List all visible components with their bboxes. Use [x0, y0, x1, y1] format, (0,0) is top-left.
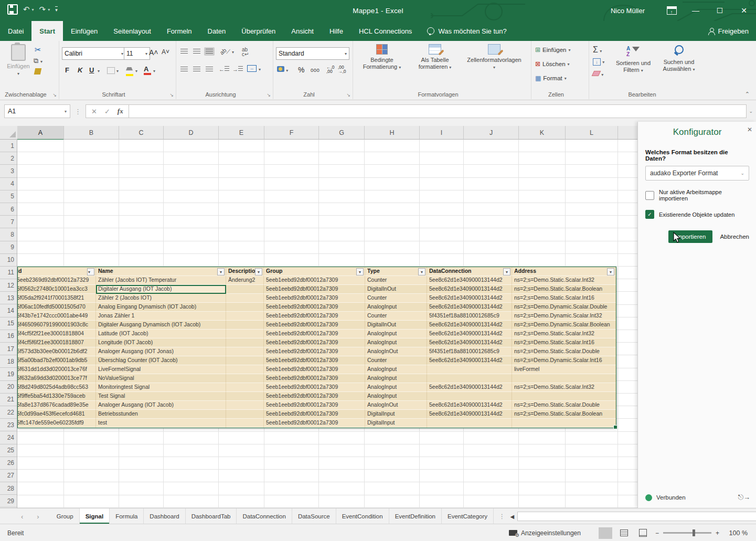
align-right-icon[interactable] [204, 65, 215, 73]
table-cell[interactable]: AnalogInput [365, 365, 427, 374]
filter-dropdown-icon[interactable]: ▼ [255, 268, 262, 275]
cell-styles-button[interactable]: Zellenformatvorlagen▾ [461, 44, 528, 71]
zoom-slider[interactable] [663, 532, 711, 534]
sheet-tab-eventcategory[interactable]: EventCategory [442, 508, 494, 524]
wrap-text-icon[interactable]: abc↵ [242, 47, 249, 57]
clear-button[interactable]: ▾ [593, 70, 603, 78]
share-button[interactable]: Freigeben [708, 21, 749, 41]
format-cells-button[interactable]: ▦Format▾ [535, 75, 567, 82]
fill-handle[interactable] [613, 425, 617, 429]
percent-style-icon[interactable]: % [298, 66, 304, 74]
table-cell[interactable] [226, 312, 264, 321]
maximize-button[interactable]: ☐ [708, 0, 732, 21]
row-header-17[interactable]: 17 [0, 343, 17, 355]
table-cell[interactable]: Analoger Ausgang (IOT Jacob) [96, 401, 226, 410]
table-cell[interactable]: ns=2;s=Demo.Dynamic.Scalar.Boolean [512, 321, 616, 330]
expand-formula-bar-icon[interactable]: ⌄ [749, 109, 753, 114]
table-cell[interactable] [427, 392, 512, 401]
align-top-icon[interactable] [179, 47, 189, 56]
row-header-25[interactable]: 25 [0, 444, 17, 457]
row-header-3[interactable]: 3 [0, 165, 17, 177]
row-header-19[interactable]: 19 [0, 368, 17, 380]
table-cell[interactable]: 5eeb1eebd92dbf00012a7309 [264, 338, 365, 347]
table-cell[interactable]: Betriebsstunden [96, 410, 226, 419]
confirm-entry-icon[interactable]: ✓ [104, 108, 110, 115]
table-cell[interactable]: 5f5a00bad7b2ef0001ab9db5 [18, 356, 96, 365]
filter-dropdown-icon[interactable]: ▼ [356, 268, 364, 275]
table-cell[interactable]: 5eeb1eebd92dbf00012a7309 [264, 410, 365, 419]
table-cell[interactable]: Analoger Ausgang (IOT Jonas) [96, 347, 226, 356]
paste-button[interactable]: Einfügen▾ [6, 44, 30, 77]
row-header-14[interactable]: 14 [0, 304, 17, 317]
row-header-4[interactable]: 4 [0, 178, 17, 190]
table-cell[interactable]: 5eeb1eebd92dbf00012a7309 [264, 365, 365, 374]
table-cell[interactable]: Zähler (Jacobs IOT) Temperatur [96, 276, 226, 285]
sheet-tab-datasource[interactable]: DataSource [292, 508, 336, 524]
table-cell[interactable] [226, 347, 264, 356]
table-cell[interactable] [226, 285, 264, 294]
table-cell[interactable]: 5eeb1eebd92dbf00012a7309 [264, 356, 365, 365]
active-workbook-checkbox[interactable] [645, 191, 654, 200]
minimize-button[interactable]: — [684, 0, 708, 21]
row-header-1[interactable]: 1 [0, 140, 17, 152]
table-cell[interactable]: 5eeb1eebd92dbf00012a7309 [264, 347, 365, 356]
autosum-button[interactable]: Σ ▾ [593, 45, 602, 55]
table-cell[interactable]: ns=2;s=Demo.Dynamic.Scalar.Int16 [512, 356, 616, 365]
table-cell[interactable] [512, 419, 616, 428]
column-header-D[interactable]: D [164, 126, 219, 140]
column-header-A[interactable]: A [17, 126, 64, 140]
table-cell[interactable]: 5ee8c62d1e340900013144d2 [427, 401, 512, 410]
table-cell[interactable]: 5f4650960791990001903c8c [18, 321, 96, 330]
sheet-tab-eventcondition[interactable]: EventCondition [336, 508, 389, 524]
row-header-22[interactable]: 22 [0, 406, 17, 419]
table-cell[interactable]: DigitalInput [365, 419, 427, 428]
table-cell[interactable]: LiveFormelSignal [96, 365, 226, 374]
signal-data-table[interactable]: id▼Name▼Description▼Group▼Type▼DataConne… [17, 267, 616, 428]
table-cell[interactable] [226, 419, 264, 428]
column-header-J[interactable]: J [464, 126, 519, 140]
underline-button[interactable]: U [89, 66, 94, 74]
clipboard-dialog-launcher-icon[interactable]: ↘ [52, 92, 57, 98]
sheet-tab-group[interactable]: Group [51, 508, 80, 524]
close-button[interactable]: ✕ [732, 0, 756, 21]
name-box[interactable]: A1▾ [4, 104, 70, 118]
sheet-tab-dataconnection[interactable]: DataConnection [237, 508, 292, 524]
table-cell[interactable]: AnalogInput [365, 374, 427, 383]
table-cell[interactable]: 5eeb1eebd92dbf00012a7309 [264, 303, 365, 312]
table-cell[interactable]: 5fc0d99ae453f6ecefcd4681 [18, 410, 96, 419]
insert-function-icon[interactable]: fx [118, 107, 123, 115]
table-cell[interactable]: Änderung2 [226, 276, 264, 285]
table-cell[interactable] [226, 294, 264, 303]
row-header-28[interactable]: 28 [0, 482, 17, 495]
sheet-tab-eventdefinition[interactable]: EventDefinition [389, 508, 442, 524]
table-cell[interactable]: 5eeb1eebd92dbf00012a7309 [264, 401, 365, 410]
table-cell[interactable]: Counter [365, 294, 427, 303]
table-cell[interactable]: DigitalInOut [365, 321, 427, 330]
accounting-format-icon[interactable]: ▾ [277, 66, 288, 73]
table-cell[interactable]: 5ee8c62d1e340900013144d2 [427, 303, 512, 312]
pane-close-icon[interactable]: ✕ [747, 126, 752, 133]
update-objects-checkbox[interactable]: ✓ [645, 210, 654, 219]
table-cell[interactable]: ns=2;s=Demo.Dynamic.Scalar.Double [512, 303, 616, 312]
column-header-I[interactable]: I [420, 126, 464, 140]
sheet-tab-signal[interactable]: Signal [80, 508, 110, 524]
table-cell[interactable]: ns=2;s=Demo.Static.Scalar.Int16 [512, 338, 616, 347]
align-middle-icon[interactable] [191, 47, 202, 56]
table-cell[interactable]: 5f632a69dd3d0200013ce77f [18, 374, 96, 383]
column-header-E[interactable]: E [219, 126, 264, 140]
alignment-dialog-launcher-icon[interactable]: ↘ [267, 92, 271, 98]
row-header-18[interactable]: 18 [0, 355, 17, 368]
row-header-13[interactable]: 13 [0, 292, 17, 304]
table-cell[interactable] [226, 374, 264, 383]
import-button[interactable]: Importieren [668, 230, 712, 243]
comma-style-icon[interactable]: 000 [311, 67, 320, 73]
logout-icon[interactable]: ⎋→ [738, 493, 750, 502]
table-cell[interactable]: 5ee8c62d1e340900013144d2 [427, 321, 512, 330]
table-cell[interactable]: 5ee8c62d1e340900013144d2 [427, 338, 512, 347]
active-workbook-checkbox-row[interactable]: Nur aktive Arbeitsmappe importieren [645, 189, 749, 201]
borders-icon[interactable] [107, 67, 115, 74]
align-left-icon[interactable] [179, 65, 189, 73]
formula-input[interactable] [129, 104, 747, 118]
table-cell[interactable]: Longitude (IOT Jacob) [96, 338, 226, 347]
row-header-9[interactable]: 9 [0, 241, 17, 254]
